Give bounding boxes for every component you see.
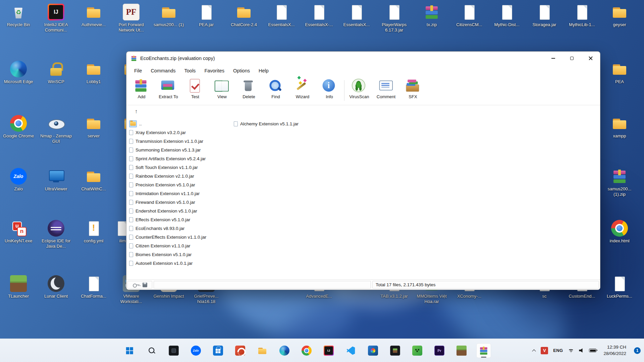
- minecraft-dark-icon[interactable]: [388, 343, 402, 358]
- zalo-taskbar-icon[interactable]: [189, 343, 203, 358]
- desktop-icon[interactable]: ChatWithC...: [76, 168, 111, 192]
- battery-icon[interactable]: [589, 349, 596, 352]
- archive-file-item[interactable]: Effects Extension v5.1.0.jar: [128, 215, 231, 224]
- start-button[interactable]: [122, 343, 137, 358]
- desktop-icon[interactable]: geyser: [602, 3, 637, 27]
- archive-file-item[interactable]: Biomes Extension v5.1.0.jar: [128, 250, 231, 259]
- titlebar[interactable]: EcoEnchants.zip (evaluation copy): [126, 52, 600, 65]
- archive-file-item[interactable]: Sprint Artifacts Extension v5.2.4.jar: [128, 154, 231, 163]
- menu-tools[interactable]: Tools: [180, 66, 200, 76]
- comment-button[interactable]: Comment: [373, 77, 399, 104]
- photos-icon[interactable]: [366, 343, 380, 358]
- desktop-icon[interactable]: PlayerWarps 6.17.3.jar: [377, 3, 412, 33]
- desktop-icon[interactable]: EssentialsX...: [264, 3, 299, 27]
- archive-file-item[interactable]: Xray Extension v3.2.0.jar: [128, 128, 231, 137]
- desktop-icon[interactable]: Recycle Bin: [1, 3, 36, 27]
- desktop-icon[interactable]: Nmap - Zenmap GUI: [39, 115, 73, 144]
- sfx-button[interactable]: SFX: [399, 77, 426, 104]
- wifi-icon[interactable]: [568, 348, 574, 353]
- archive-file-item[interactable]: EcoEnchants v8.93.0.jar: [128, 224, 231, 233]
- desktop-icon[interactable]: ChatCore-2.4: [226, 3, 261, 27]
- desktop-icon[interactable]: WinSCP: [39, 60, 73, 84]
- menu-commands[interactable]: Commands: [146, 66, 180, 76]
- menu-help[interactable]: Help: [254, 66, 273, 76]
- microsoft-store-icon[interactable]: [211, 343, 225, 358]
- up-directory-button[interactable]: ↑: [131, 107, 141, 116]
- archive-file-item[interactable]: Alchemy Extension v5.1.1.jar: [232, 119, 336, 128]
- desktop-icon[interactable]: Lunar Client: [39, 275, 73, 299]
- desktop-icon[interactable]: tx.zip: [414, 3, 449, 27]
- desktop-icon[interactable]: Port Forward Network Ut...: [114, 3, 149, 33]
- dark-app-icon[interactable]: [166, 343, 181, 358]
- archive-file-item[interactable]: Transmission Extension v1.1.0.jar: [128, 137, 231, 145]
- desktop-icon[interactable]: Zalo: [1, 168, 36, 192]
- desktop-icon[interactable]: EssentialsX...: [339, 3, 374, 27]
- file-explorer-icon[interactable]: [255, 343, 270, 358]
- desktop-icon[interactable]: index.html: [602, 220, 637, 244]
- clock[interactable]: 12:39 CH 28/06/2022: [603, 344, 626, 356]
- add-button[interactable]: Add: [128, 77, 155, 104]
- intellij-taskbar-icon[interactable]: [321, 343, 336, 358]
- volume-icon[interactable]: [579, 348, 584, 353]
- desktop-icon[interactable]: Eclipse IDE for Java De...: [39, 220, 73, 249]
- archive-file-item[interactable]: Autosell Extension v1.0.1.jar: [128, 259, 231, 267]
- office-icon[interactable]: [233, 343, 248, 358]
- wizard-button[interactable]: Wizard: [289, 77, 316, 104]
- desktop-icon[interactable]: TLauncher: [1, 275, 36, 299]
- find-button[interactable]: Find: [262, 77, 289, 104]
- delete-button[interactable]: Delete: [235, 77, 262, 104]
- desktop-icon[interactable]: xampp: [602, 115, 637, 139]
- archive-file-item[interactable]: Summoning Extension v5.1.3.jar: [128, 145, 231, 154]
- maximize-button[interactable]: [562, 52, 581, 65]
- archive-file-item[interactable]: Firewand Extension v5.1.0.jar: [128, 198, 231, 206]
- desktop-icon[interactable]: EssentialsX-...: [302, 3, 336, 27]
- info-button[interactable]: Info: [316, 77, 343, 104]
- ime-indicator[interactable]: V: [541, 347, 548, 354]
- search-button[interactable]: [144, 343, 159, 358]
- virusscan-button[interactable]: VirusScan: [346, 77, 373, 104]
- desktop-icon[interactable]: Microsoft Edge: [1, 60, 36, 84]
- language-indicator[interactable]: ENG: [553, 348, 563, 353]
- desktop-icon[interactable]: IntelliJ IDEA Communi...: [39, 3, 73, 33]
- desktop-icon[interactable]: server: [76, 115, 111, 139]
- desktop-icon[interactable]: MythicLib-1...: [565, 3, 599, 27]
- archive-file-item[interactable]: Soft Touch Extension v1.1.0.jar: [128, 163, 231, 172]
- edge-taskbar-icon[interactable]: [277, 343, 292, 358]
- desktop-icon[interactable]: samus200... (1): [151, 3, 186, 27]
- desktop-icon[interactable]: CitizensCM...: [452, 3, 487, 27]
- desktop-icon[interactable]: LuckPerms...: [602, 275, 637, 299]
- view-button[interactable]: View: [209, 77, 235, 104]
- desktop-icon[interactable]: Mythic-Dist...: [489, 3, 524, 27]
- archive-file-item[interactable]: CounterEffects Extension v1.1.0.jar: [128, 233, 231, 241]
- notification-badge[interactable]: 1: [634, 347, 641, 354]
- archive-file-item[interactable]: Citizen Extension v1.1.0.jar: [128, 241, 231, 250]
- chrome-taskbar-icon[interactable]: [299, 343, 314, 358]
- menu-options[interactable]: Options: [229, 66, 254, 76]
- desktop-icon[interactable]: Lobby1: [76, 60, 111, 84]
- archive-file-item[interactable]: Precision Extension v5.1.0.jar: [128, 180, 231, 189]
- desktop-icon[interactable]: UltraViewer: [39, 168, 73, 192]
- desktop-icon[interactable]: ChatForma...: [76, 275, 111, 299]
- desktop-icon[interactable]: samus200... (1).zip: [602, 168, 637, 197]
- desktop-icon[interactable]: PEA: [602, 60, 637, 84]
- parent-dir-item[interactable]: ..: [128, 119, 231, 128]
- minimize-button[interactable]: [544, 52, 562, 65]
- archive-file-item[interactable]: Intimidation Extension v1.1.0.jar: [128, 189, 231, 198]
- archive-file-item[interactable]: Rainbow Extension v2.1.0.jar: [128, 172, 231, 180]
- winrar-taskbar-icon[interactable]: [476, 343, 491, 358]
- desktop-icon[interactable]: PEA.jar: [189, 3, 224, 27]
- desktop-icon[interactable]: Authmevie...: [76, 3, 111, 27]
- vscode-icon[interactable]: [343, 343, 358, 358]
- menu-file[interactable]: File: [130, 66, 146, 76]
- green-app-icon[interactable]: [410, 343, 425, 358]
- archive-file-item[interactable]: Endershot Extension v5.1.0.jar: [128, 206, 231, 215]
- test-button[interactable]: Test: [182, 77, 209, 104]
- desktop-icon[interactable]: Google Chrome: [1, 115, 36, 139]
- desktop-icon[interactable]: UniKeyNT.exe: [1, 220, 36, 244]
- extract-to-button[interactable]: Extract To: [155, 77, 182, 104]
- close-button[interactable]: [581, 52, 600, 65]
- tlauncher-taskbar-icon[interactable]: [454, 343, 469, 358]
- tray-chevron-icon[interactable]: [532, 349, 536, 352]
- desktop-icon[interactable]: Storagea.jar: [527, 3, 562, 27]
- premiere-icon[interactable]: [432, 343, 447, 358]
